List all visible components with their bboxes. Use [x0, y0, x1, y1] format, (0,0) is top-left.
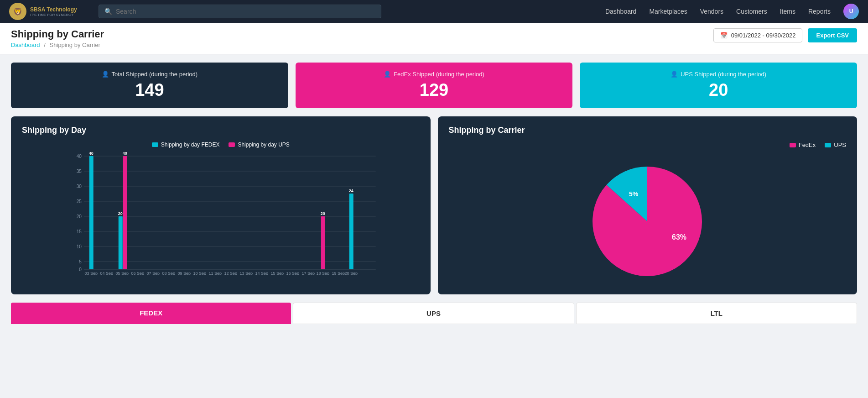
export-csv-button[interactable]: Export CSV — [808, 28, 857, 42]
tab-ups[interactable]: UPS — [293, 303, 574, 324]
svg-rect-43 — [349, 194, 353, 269]
date-range-button[interactable]: 📅 09/01/2022 - 09/30/2022 — [713, 28, 803, 42]
tab-ltl[interactable]: LTL — [576, 303, 857, 324]
stat-card-fedex: 👤 FedEx Shipped (during the period) 129 — [296, 63, 573, 108]
pie-chart-svg: 63% 5% — [579, 157, 716, 285]
svg-text:18 Sep: 18 Sep — [316, 271, 329, 275]
svg-text:30: 30 — [77, 184, 82, 189]
avatar[interactable]: U — [843, 4, 859, 19]
svg-text:63%: 63% — [672, 233, 686, 241]
search-input[interactable] — [116, 8, 375, 15]
stat-value-fedex: 129 — [420, 80, 448, 100]
svg-rect-18 — [89, 156, 94, 269]
svg-text:12 Sep: 12 Sep — [224, 271, 237, 275]
nav-links: Dashboard Marketplaces Vendors Customers… — [605, 4, 859, 19]
svg-rect-24 — [123, 156, 127, 269]
chart-row: Shipping by Day Shipping by day FEDEX Sh… — [11, 116, 857, 294]
pie-legend-ups: UPS — [825, 141, 846, 148]
page-header: Shipping by Carrier Dashboard / Shipping… — [0, 23, 868, 54]
person-icon-total: 👤 — [102, 71, 109, 78]
bottom-tabs: FEDEX UPS LTL — [11, 303, 857, 324]
logo-icon: 🦁 — [9, 3, 26, 20]
svg-text:17 Sep: 17 Sep — [301, 271, 315, 275]
nav-link-reports[interactable]: Reports — [808, 8, 831, 15]
svg-text:20: 20 — [321, 211, 325, 216]
breadcrumb-home[interactable]: Dashboard — [11, 42, 40, 48]
calendar-icon: 📅 — [720, 32, 728, 39]
search-bar[interactable]: 🔍 — [99, 5, 381, 18]
person-icon-ups: 👤 — [670, 71, 678, 78]
svg-text:08 Sep: 08 Sep — [162, 271, 175, 275]
svg-text:16 Sep: 16 Sep — [286, 271, 299, 275]
svg-text:04 Sep: 04 Sep — [100, 271, 113, 275]
main-content: 👤 Total Shipped (during the period) 149 … — [0, 54, 868, 332]
stat-cards: 👤 Total Shipped (during the period) 149 … — [11, 63, 857, 108]
page-title: Shipping by Carrier — [11, 28, 104, 40]
svg-text:19 Sep: 19 Sep — [332, 271, 345, 275]
svg-text:13 Sep: 13 Sep — [239, 271, 253, 275]
legend-ups-dot — [229, 142, 235, 147]
nav-link-marketplaces[interactable]: Marketplaces — [649, 8, 687, 15]
svg-text:05 Sep: 05 Sep — [115, 271, 129, 275]
breadcrumb: Dashboard / Shipping by Carrier — [11, 42, 104, 48]
stat-card-total: 👤 Total Shipped (during the period) 149 — [11, 63, 288, 108]
svg-text:03 Sep: 03 Sep — [84, 271, 98, 275]
stat-label-total: 👤 Total Shipped (during the period) — [102, 71, 198, 78]
svg-text:09 Sep: 09 Sep — [177, 271, 191, 275]
pie-chart-panel: Shipping by Carrier FedEx UPS — [438, 116, 858, 294]
svg-text:40: 40 — [89, 152, 94, 156]
nav-link-dashboard[interactable]: Dashboard — [605, 8, 637, 15]
stat-value-ups: 20 — [709, 80, 728, 100]
legend-fedex: Shipping by day FEDEX — [152, 141, 220, 148]
date-range-label: 09/01/2022 - 09/30/2022 — [731, 32, 796, 39]
svg-rect-39 — [321, 216, 325, 269]
svg-text:10: 10 — [77, 244, 82, 249]
bar-chart-svg: 40 35 30 25 20 15 10 5 0 40 — [22, 152, 420, 275]
bar-chart-panel: Shipping by Day Shipping by day FEDEX Sh… — [11, 116, 431, 294]
pie-chart-title: Shipping by Carrier — [449, 126, 847, 135]
pie-dot-fedex — [790, 143, 796, 147]
svg-text:15 Sep: 15 Sep — [270, 271, 284, 275]
svg-text:5: 5 — [79, 259, 82, 264]
breadcrumb-sep: / — [44, 42, 46, 48]
search-icon: 🔍 — [104, 8, 112, 15]
svg-text:07 Sep: 07 Sep — [146, 271, 160, 275]
svg-text:5%: 5% — [629, 190, 639, 198]
logo-area: 🦁 SBSA Technology IT'S TIME FOR SYNERGY — [9, 3, 91, 20]
svg-text:20 Sep: 20 Sep — [344, 271, 358, 275]
stat-card-ups: 👤 UPS Shipped (during the period) 20 — [580, 63, 857, 108]
tab-fedex[interactable]: FEDEX — [11, 303, 291, 324]
svg-text:10 Sep: 10 Sep — [193, 271, 206, 275]
svg-text:40: 40 — [123, 152, 127, 156]
topnav: 🦁 SBSA Technology IT'S TIME FOR SYNERGY … — [0, 0, 868, 23]
svg-text:14 Sep: 14 Sep — [255, 271, 268, 275]
nav-link-vendors[interactable]: Vendors — [700, 8, 723, 15]
breadcrumb-current: Shipping by Carrier — [49, 42, 100, 48]
svg-text:24: 24 — [349, 189, 353, 193]
pie-legend-fedex: FedEx — [790, 141, 816, 148]
svg-text:20: 20 — [77, 214, 82, 219]
svg-text:15: 15 — [77, 229, 82, 234]
stat-value-total: 149 — [135, 80, 164, 100]
header-actions: 📅 09/01/2022 - 09/30/2022 Export CSV — [713, 28, 857, 42]
legend-fedex-dot — [152, 142, 158, 147]
nav-link-customers[interactable]: Customers — [736, 8, 767, 15]
person-icon-fedex: 👤 — [384, 71, 391, 78]
pie-chart-container: 63% 5% — [449, 157, 847, 285]
svg-text:0: 0 — [79, 267, 82, 272]
svg-text:40: 40 — [77, 154, 82, 159]
bar-chart-title: Shipping by Day — [22, 126, 420, 135]
pie-legend: FedEx UPS — [449, 141, 847, 148]
nav-link-items[interactable]: Items — [780, 8, 795, 15]
pie-dot-ups — [825, 143, 831, 147]
svg-text:11 Sep: 11 Sep — [208, 271, 222, 275]
svg-text:06 Sep: 06 Sep — [131, 271, 144, 275]
svg-rect-22 — [119, 216, 123, 269]
svg-text:20: 20 — [118, 211, 123, 216]
stat-label-fedex: 👤 FedEx Shipped (during the period) — [384, 71, 484, 78]
stat-label-ups: 👤 UPS Shipped (during the period) — [670, 71, 766, 78]
bar-chart-legend: Shipping by day FEDEX Shipping by day UP… — [22, 141, 420, 148]
svg-text:35: 35 — [77, 169, 82, 174]
svg-text:25: 25 — [77, 199, 82, 204]
logo-text: SBSA Technology — [30, 6, 77, 13]
